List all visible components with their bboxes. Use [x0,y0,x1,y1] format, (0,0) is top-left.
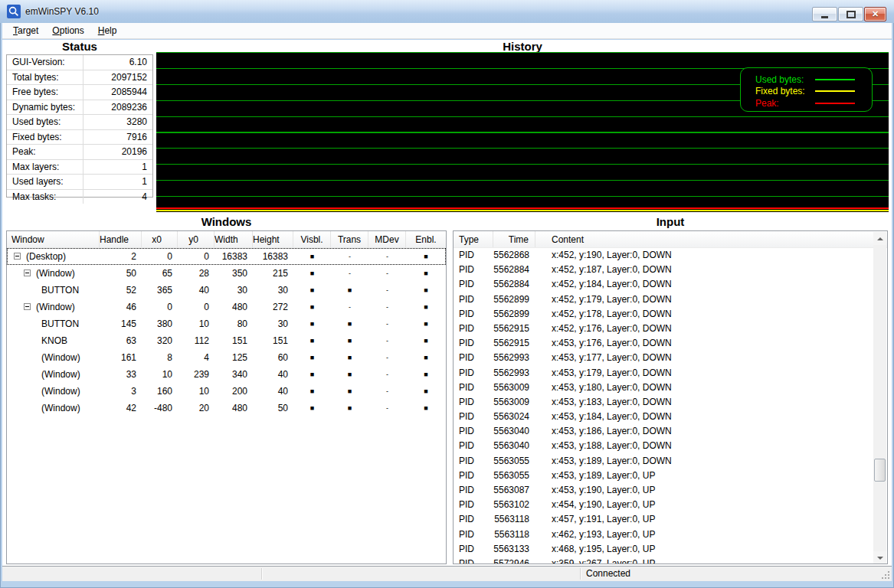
cell-handle: 3 [100,383,142,400]
scrollbar-thumb[interactable] [874,459,886,482]
windows-tree-row[interactable]: (Window)331023934040■■-■ [7,366,446,383]
cell-visbl: ■ [293,400,331,416]
expand-icon[interactable] [24,270,31,276]
status-value: 4 [84,190,152,204]
history-chart: Used bytes:Fixed bytes:Peak: [156,52,889,212]
resize-grip[interactable] [880,570,890,580]
input-event-row[interactable]: PID5563055x:453, y:189, Layer:0, DOWN [454,454,887,469]
windows-tree-row[interactable]: (Window)506528350215■--■ [7,265,446,282]
cell-time: 5563055 [493,469,535,483]
windows-tree-row[interactable]: (Window)1618412560■■-■ [7,349,446,366]
status-value: 2085944 [84,85,152,100]
app-icon magnifier-icon[interactable] [7,5,21,18]
input-event-row[interactable]: PID5562899x:452, y:178, Layer:0, DOWN [454,307,887,322]
cell-handle: 42 [100,400,142,416]
scroll-down-button[interactable] [873,551,886,564]
cell-type: PID [454,512,493,527]
input-panel-title: Input [453,216,888,228]
input-event-row[interactable]: PID5563009x:453, y:180, Layer:0, DOWN [454,381,887,395]
window-name-cell: (Window) [7,299,100,315]
cell-enbl: ■ [406,400,446,416]
cell-width: 480 [214,299,253,315]
windows-table-header: WindowHandlex0y0WidthHeightVisbl.TransMD… [7,231,446,248]
input-event-row[interactable]: PID5563118x:457, y:191, Layer:0, UP [454,512,887,527]
status-row: GUI-Version:6.10 [7,55,152,70]
cell-time: 5563118 [493,512,535,527]
menu-item-help[interactable]: Help [93,24,122,37]
cell-mdev: - [368,332,406,349]
cell-height: 50 [253,400,293,416]
menu-item-label: ptions [60,25,84,36]
status-row: Used layers:1 [7,175,152,190]
menu-item-target[interactable]: Target [8,24,43,37]
input-event-row[interactable]: PID5562993x:453, y:177, Layer:0, DOWN [454,351,887,365]
cell-trans: ■ [331,315,368,332]
window-name: (Desktop) [26,251,66,262]
input-scrollbar[interactable] [873,232,886,564]
cell-type: PID [454,454,493,469]
input-event-row[interactable]: PID5563118x:462, y:193, Layer:0, UP [454,528,887,542]
legend-line-sample [815,79,855,80]
input-event-row[interactable]: PID5563133x:468, y:195, Layer:0, UP [454,542,887,557]
cell-type: PID [454,528,493,542]
legend-item: Peak: [741,97,872,109]
cell-type: PID [454,439,493,453]
expand-icon[interactable] [24,303,31,310]
maximize-button[interactable] [838,7,863,21]
windows-tree-row[interactable]: (Window)4600480272■--■ [7,299,446,315]
cell-visbl: ■ [293,383,331,400]
cell-y0: 0 [178,299,214,315]
window-controls: ✕ [811,7,886,21]
windows-tree-row[interactable]: (Window)42-4802048050■■-■ [7,400,446,416]
status-label: Free bytes: [7,85,84,100]
status-value: 1 [84,160,152,175]
cell-content: x:359, y:267, Layer:0, UP [535,557,887,564]
input-event-row[interactable]: PID5563024x:453, y:184, Layer:0, DOWN [454,410,887,424]
cell-enbl: ■ [406,332,446,349]
minimize-button[interactable] [812,7,837,21]
status-row: Free bytes:2085944 [7,85,152,100]
input-event-row[interactable]: PID5563009x:453, y:183, Layer:0, DOWN [454,395,887,410]
input-event-row[interactable]: PID5562915x:452, y:176, Layer:0, DOWN [454,322,887,336]
input-event-row[interactable]: PID5563102x:454, y:190, Layer:0, UP [454,498,887,512]
cell-visbl: ■ [293,315,331,332]
menu-item-options[interactable]: Options [47,24,88,37]
cell-type: PID [454,351,493,365]
scroll-up-button[interactable] [873,232,886,245]
input-event-row[interactable]: PID5563040x:453, y:188, Layer:0, DOWN [454,439,887,453]
cell-enbl: ■ [406,383,446,400]
input-event-row[interactable]: PID5562884x:452, y:184, Layer:0, DOWN [454,277,887,292]
window-name: KNOB [41,335,67,346]
cell-time: 5562868 [493,248,535,263]
windows-column-header: x0 [142,231,178,247]
windows-tree-row[interactable]: BUTTON145380108030■■-■ [7,315,446,332]
window-name-cell: (Window) [7,366,100,383]
input-event-row[interactable]: PID5562915x:453, y:176, Layer:0, DOWN [454,336,887,351]
close-button[interactable]: ✕ [864,7,886,21]
arrow-up-icon [877,237,883,240]
cell-x0: 365 [142,282,178,299]
input-event-row[interactable]: PID5562868x:452, y:190, Layer:0, DOWN [454,248,887,263]
input-event-row[interactable]: PID5562993x:453, y:179, Layer:0, DOWN [454,366,887,381]
cell-width: 350 [214,265,253,282]
windows-tree-row[interactable]: BUTTON52365403030■■-■ [7,282,446,299]
expand-icon[interactable] [14,253,21,260]
status-row: Dynamic bytes:2089236 [7,100,152,116]
input-table: TypeTimeContent PID5562868x:452, y:190, … [453,230,888,564]
window-name-cell: BUTTON [7,282,100,299]
cell-trans: ■ [331,400,368,416]
input-event-row[interactable]: PID5572946x:359, y:267, Layer:0, UP [454,557,887,564]
input-event-row[interactable]: PID5562884x:452, y:187, Layer:0, DOWN [454,263,887,277]
window-name: (Window) [41,403,80,413]
window-name: (Window) [41,386,80,397]
windows-tree-row[interactable]: (Desktop)2001638316383■--■ [7,248,446,265]
input-event-row[interactable]: PID5562899x:452, y:179, Layer:0, DOWN [454,292,887,307]
windows-column-header: Height [253,231,293,247]
input-event-row[interactable]: PID5563087x:453, y:190, Layer:0, UP [454,483,887,498]
windows-tree-row[interactable]: (Window)31601020040■■-■ [7,383,446,400]
window-name-cell: (Window) [7,383,100,400]
windows-tree-row[interactable]: KNOB63320112151151■■-■ [7,332,446,349]
cell-height: 151 [253,332,293,349]
input-event-row[interactable]: PID5563055x:453, y:189, Layer:0, UP [454,469,887,483]
input-event-row[interactable]: PID5563040x:453, y:186, Layer:0, DOWN [454,424,887,439]
